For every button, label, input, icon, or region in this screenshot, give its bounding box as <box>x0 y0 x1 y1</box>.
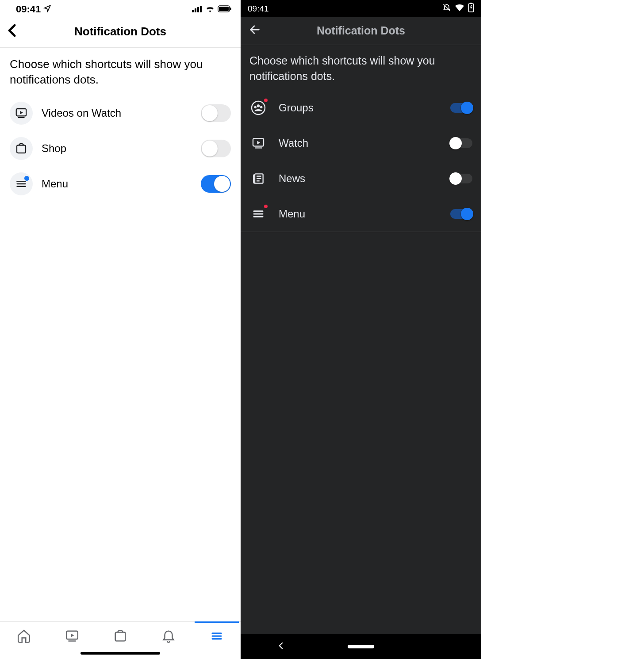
row-label: News <box>279 172 439 185</box>
wifi-icon <box>205 4 215 15</box>
svg-rect-6 <box>230 8 231 10</box>
watch-icon <box>10 102 33 125</box>
row-menu: Menu <box>241 196 481 232</box>
tab-shop[interactable] <box>111 627 129 645</box>
wifi-icon <box>455 4 464 14</box>
nav-home[interactable] <box>348 645 374 648</box>
location-icon <box>43 4 51 15</box>
android-nav-bar <box>241 634 481 659</box>
android-pane: 09:41 Notification Dots Choose which sho… <box>241 0 481 659</box>
page-description: Choose which shortcuts will show you not… <box>241 45 481 90</box>
svg-rect-0 <box>192 10 194 12</box>
shop-icon <box>10 137 33 160</box>
svg-point-24 <box>257 104 260 107</box>
svg-rect-3 <box>200 6 202 12</box>
toggle-videos-on-watch[interactable] <box>201 104 231 122</box>
svg-rect-21 <box>470 3 472 4</box>
battery-icon <box>218 4 232 15</box>
back-button[interactable] <box>249 23 264 38</box>
ios-status-bar: 09:41 <box>0 0 241 18</box>
tab-watch[interactable] <box>63 627 81 645</box>
svg-rect-1 <box>195 8 196 12</box>
svg-rect-5 <box>219 7 229 11</box>
row-watch: Watch <box>241 126 481 161</box>
cellular-icon <box>192 4 203 15</box>
toggle-shop[interactable] <box>201 140 231 157</box>
toggle-news[interactable] <box>450 174 472 183</box>
svg-rect-15 <box>115 632 126 641</box>
toggle-menu[interactable] <box>201 175 231 193</box>
row-shop: Shop <box>6 131 234 166</box>
groups-icon <box>249 99 267 117</box>
toggle-groups[interactable] <box>450 103 472 113</box>
tab-notifications[interactable] <box>160 627 177 645</box>
row-label: Groups <box>279 102 439 114</box>
android-status-time: 09:41 <box>248 4 269 14</box>
home-indicator[interactable] <box>80 652 160 655</box>
notification-dot <box>263 98 268 103</box>
notification-dot <box>24 176 29 181</box>
svg-point-23 <box>252 101 265 114</box>
svg-rect-2 <box>197 7 199 12</box>
page-title: Notification Dots <box>21 25 233 38</box>
row-menu: Menu <box>6 166 234 202</box>
row-groups: Groups <box>241 90 481 126</box>
bottom-tab-bar <box>0 621 241 648</box>
battery-icon <box>468 3 474 15</box>
tab-menu[interactable] <box>208 627 226 645</box>
ios-pane: 09:41 Notification Dots Choose which sho… <box>0 0 241 659</box>
android-status-bar: 09:41 <box>241 0 481 17</box>
svg-rect-9 <box>17 145 26 153</box>
svg-point-25 <box>254 106 257 108</box>
watch-icon <box>249 134 267 152</box>
divider <box>241 232 481 232</box>
tab-home[interactable] <box>15 627 33 645</box>
row-label: Menu <box>42 178 192 190</box>
menu-icon <box>249 205 267 223</box>
toggle-menu[interactable] <box>450 209 472 219</box>
dnd-icon <box>442 3 451 14</box>
news-icon <box>249 170 267 187</box>
shortcut-list: Videos on Watch Shop Menu <box>0 93 241 204</box>
row-label: Videos on Watch <box>42 107 192 119</box>
row-label: Shop <box>42 142 192 155</box>
back-button[interactable] <box>8 24 21 39</box>
row-label: Watch <box>279 137 439 149</box>
notification-dot <box>263 204 268 209</box>
shortcut-list: Groups Watch News Menu <box>241 90 481 232</box>
page-description: Choose which shortcuts will show you not… <box>0 48 241 93</box>
row-news: News <box>241 161 481 196</box>
page-title: Notification Dots <box>264 24 473 37</box>
menu-icon <box>10 172 33 195</box>
nav-back[interactable] <box>268 642 294 651</box>
row-videos-on-watch: Videos on Watch <box>6 95 234 131</box>
toggle-watch[interactable] <box>450 138 472 148</box>
row-label: Menu <box>279 208 439 220</box>
svg-point-26 <box>260 106 262 108</box>
ios-status-time: 09:41 <box>16 4 41 15</box>
